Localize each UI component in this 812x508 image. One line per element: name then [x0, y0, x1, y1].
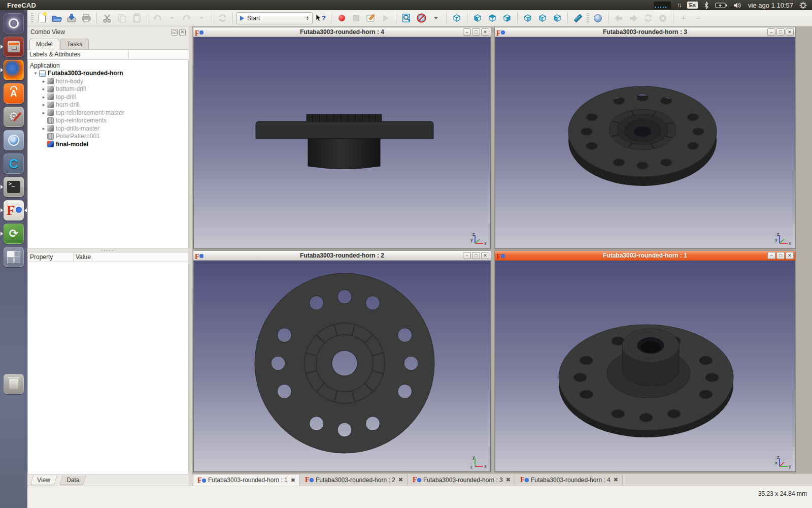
keyboard-layout-indicator[interactable]: Es [687, 2, 698, 9]
tree-item[interactable]: ▸horn-drill [28, 101, 188, 109]
close-button[interactable]: ✕ [786, 28, 794, 36]
window-titlebar[interactable]: F Futaba3003-rounded-horn : 3 ‒ □ ✕ [495, 27, 795, 37]
maximize-button[interactable]: □ [776, 28, 785, 36]
launcher-chromium[interactable] [4, 130, 24, 150]
print-button[interactable] [80, 12, 93, 25]
battery-icon[interactable] [715, 2, 727, 9]
3d-viewport[interactable]: zyx [495, 261, 795, 472]
system-monitor-indicator[interactable] [654, 2, 671, 9]
window-titlebar[interactable]: F Futaba3003-rounded-horn : 1 ‒ □ ✕ [495, 251, 795, 261]
tree-root[interactable]: Application [28, 61, 188, 70]
tree-item[interactable]: ▸top-drills-master [28, 124, 188, 133]
minimize-button[interactable]: ‒ [463, 252, 471, 259]
close-button[interactable]: ✕ [481, 28, 489, 36]
3d-viewport[interactable]: yxz [193, 261, 491, 472]
expander-icon[interactable]: ▸ [41, 86, 46, 91]
tree-item[interactable]: final-model [28, 140, 188, 148]
launcher-firefox[interactable] [4, 60, 24, 80]
launcher-freecad[interactable]: F [4, 200, 24, 220]
draw-style-button[interactable] [415, 12, 428, 25]
close-tab-icon[interactable]: ✖ [398, 477, 403, 483]
toolbar-handle[interactable] [587, 13, 589, 23]
view-bottom-button[interactable] [536, 12, 549, 25]
close-tab-icon[interactable]: ✖ [291, 477, 295, 484]
measure-distance-button[interactable] [571, 12, 585, 25]
tab-data[interactable]: Data [59, 475, 87, 485]
doc-tab-2[interactable]: F Futaba3003-rounded-horn : 2✖ [301, 474, 408, 486]
expander-icon[interactable]: ▸ [41, 102, 46, 107]
launcher-trash[interactable] [4, 374, 24, 394]
tree-item[interactable]: top-reinforcements [28, 117, 188, 125]
expander-open-icon[interactable]: ▾ [33, 71, 38, 76]
minimize-button[interactable]: ‒ [463, 28, 471, 36]
tree-item[interactable]: ▸horn-body [28, 77, 188, 85]
whats-this-button[interactable]: ? [314, 12, 327, 25]
tree-document[interactable]: ▾ Futaba3003-rounded-horn [28, 70, 188, 78]
view-left-button[interactable] [551, 12, 564, 25]
workbench-selector[interactable]: Start ▲▼ [236, 12, 313, 24]
open-document-button[interactable] [50, 12, 63, 25]
view-rear-button[interactable] [521, 12, 534, 25]
close-tab-icon[interactable]: ✖ [614, 477, 618, 483]
launcher-c-app[interactable]: C [4, 153, 24, 174]
play-icon [383, 15, 389, 22]
new-document-button[interactable] [36, 12, 49, 25]
expander-icon[interactable]: ▸ [41, 126, 46, 131]
launcher-software-updater[interactable]: ⟳ [4, 224, 24, 244]
doc-tab-3[interactable]: F Futaba3003-rounded-horn : 3✖ [409, 474, 515, 486]
tab-tasks[interactable]: Tasks [60, 39, 89, 49]
view-axonometric-button[interactable] [450, 12, 463, 25]
expander-icon[interactable]: ▸ [41, 79, 46, 84]
expander-icon[interactable]: ▸ [41, 110, 46, 115]
tree-item[interactable]: ▸top-reinforcement-master [28, 109, 188, 117]
macro-edit-button[interactable] [364, 12, 378, 25]
session-gear-icon[interactable] [799, 2, 807, 9]
maximize-button[interactable]: □ [472, 252, 480, 259]
launcher-terminal[interactable]: >_ [4, 177, 24, 197]
cut-button[interactable] [100, 12, 114, 25]
view-top-button[interactable] [486, 12, 499, 25]
ruler-icon [573, 13, 583, 23]
expander-icon[interactable]: ▸ [41, 94, 46, 100]
sound-icon[interactable] [733, 2, 742, 9]
window-titlebar[interactable]: F Futaba3003-rounded-horn : 2 ‒ □ ✕ [193, 251, 491, 261]
doc-tab-4[interactable]: F Futaba3003-rounded-horn : 4✖ [516, 474, 623, 486]
toolbar-handle[interactable] [31, 13, 33, 23]
macro-record-button[interactable] [335, 12, 348, 25]
panel-splitter[interactable] [27, 249, 189, 252]
tab-view[interactable]: View [30, 475, 57, 485]
tree-item[interactable]: ▸top-drill [28, 93, 188, 101]
close-button[interactable]: ✕ [786, 252, 794, 259]
minimize-button[interactable]: ‒ [767, 252, 775, 259]
tab-model[interactable]: Model [29, 39, 59, 50]
view-front-button[interactable] [471, 12, 484, 25]
launcher-system-settings[interactable]: ⚙ [4, 107, 24, 127]
draw-style-dropdown[interactable] [429, 12, 443, 25]
close-button[interactable]: ✕ [481, 252, 489, 259]
launcher-ubuntu-dash[interactable] [4, 13, 24, 34]
float-panel-button[interactable]: ◱ [171, 29, 178, 36]
3d-viewport[interactable]: zxy [193, 37, 491, 249]
solid-icon [47, 78, 54, 84]
tree-item[interactable]: PolarPattern001 [28, 133, 188, 141]
clock[interactable]: vie ago 1 10:57 [748, 2, 793, 9]
launcher-files[interactable] [4, 37, 24, 57]
close-panel-button[interactable]: ✕ [179, 29, 186, 36]
network-arrows-icon[interactable]: ↑↓ [677, 2, 681, 9]
close-tab-icon[interactable]: ✖ [506, 477, 511, 483]
doc-tab-1[interactable]: F Futaba3003-rounded-horn : 1✖ [193, 474, 300, 486]
web-browser-button[interactable] [591, 12, 604, 25]
bluetooth-icon[interactable] [704, 2, 709, 9]
save-document-button[interactable] [65, 12, 78, 25]
property-editor[interactable] [27, 262, 189, 474]
tree-item[interactable]: ▸bottom-drill [28, 85, 188, 93]
launcher-software-center[interactable]: A [4, 83, 24, 104]
window-titlebar[interactable]: F Futaba3003-rounded-horn : 4 ‒ □ ✕ [193, 27, 491, 37]
3d-viewport[interactable]: zxy [495, 37, 795, 249]
maximize-button[interactable]: □ [776, 252, 785, 259]
maximize-button[interactable]: □ [472, 28, 480, 36]
minimize-button[interactable]: ‒ [767, 28, 775, 36]
fit-all-button[interactable] [400, 12, 413, 25]
launcher-workspace-switcher[interactable] [4, 247, 24, 267]
view-right-button[interactable] [500, 12, 514, 25]
